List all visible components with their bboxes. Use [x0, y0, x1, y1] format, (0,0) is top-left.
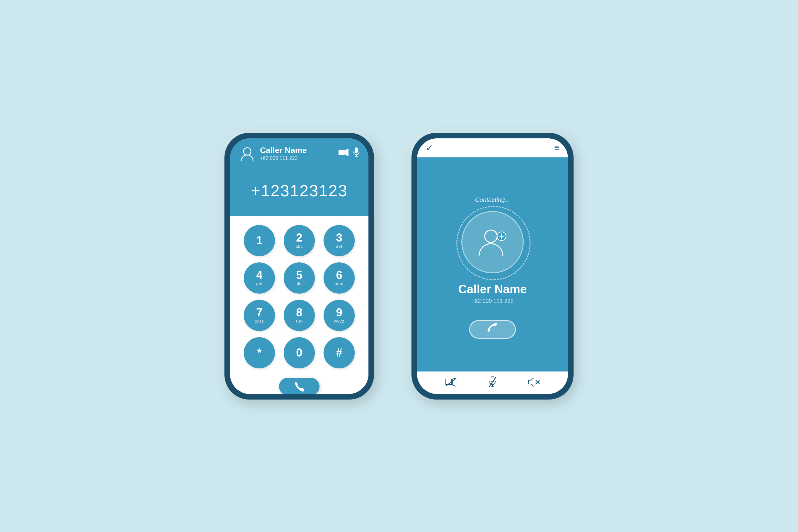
- key-8[interactable]: 8tuv: [284, 300, 315, 331]
- key-1[interactable]: 1: [244, 225, 275, 256]
- svg-rect-13: [491, 377, 494, 382]
- phone-dialer: Caller Name +62 000 111 222: [225, 133, 374, 400]
- dialer-phone-number: +62 000 111 222: [260, 155, 334, 161]
- svg-point-7: [497, 232, 506, 241]
- mic-off-icon[interactable]: [489, 377, 497, 389]
- contact-avatar: [461, 211, 524, 273]
- phone-calling-screen: ✓ ≡ Contacting...: [417, 138, 568, 394]
- key-7[interactable]: 7pqrs: [244, 300, 275, 331]
- svg-marker-17: [528, 378, 534, 386]
- key-star[interactable]: *: [244, 337, 275, 368]
- key-5[interactable]: 5jkl: [284, 262, 315, 293]
- menu-icon[interactable]: ≡: [554, 143, 559, 153]
- end-call-button[interactable]: [469, 320, 516, 339]
- dialer-header-icons: [339, 147, 360, 159]
- key-9[interactable]: 9wxyz: [324, 300, 355, 331]
- svg-marker-2: [345, 149, 348, 156]
- key-4[interactable]: 4ghi: [244, 262, 275, 293]
- svg-rect-1: [339, 150, 345, 155]
- svg-point-6: [485, 230, 497, 243]
- dialer-number-display: +123123123: [230, 169, 368, 216]
- key-0[interactable]: 0: [284, 337, 315, 368]
- dialer-header-info: Caller Name +62 000 111 222: [260, 146, 334, 161]
- speaker-off-icon[interactable]: [528, 377, 539, 388]
- contacting-text: Contacting...: [475, 196, 510, 204]
- calling-phone-number: +62 000 111 222: [471, 298, 514, 304]
- calling-top-bar: ✓ ≡: [417, 138, 568, 157]
- calling-caller-name: Caller Name: [458, 283, 527, 296]
- dialer-avatar-icon: [239, 145, 255, 162]
- mic-icon[interactable]: [353, 147, 360, 159]
- svg-point-0: [244, 148, 251, 155]
- video-icon[interactable]: [339, 149, 348, 158]
- call-button[interactable]: [279, 378, 320, 394]
- dialer-header: Caller Name +62 000 111 222: [230, 138, 368, 169]
- dialer-keypad: 1 2abc 3def 4ghi 5jkl 6mno 7pqrs 8tuv 9w…: [230, 216, 368, 375]
- end-call-row: [469, 320, 516, 339]
- dialed-number: +123123123: [251, 182, 348, 200]
- dialer-caller-name: Caller Name: [260, 146, 334, 155]
- end-call-icon: [486, 323, 499, 336]
- calling-body: Contacting... Caller Name: [417, 157, 568, 372]
- back-chevron-icon[interactable]: ✓: [426, 143, 433, 153]
- phone-icon: [293, 381, 305, 392]
- key-hash[interactable]: #: [324, 337, 355, 368]
- key-3[interactable]: 3def: [324, 225, 355, 256]
- phone-dialer-screen: Caller Name +62 000 111 222: [230, 138, 368, 394]
- contact-avatar-icon: [475, 225, 510, 259]
- key-6[interactable]: 6mno: [324, 262, 355, 293]
- phone-calling: ✓ ≡ Contacting...: [412, 133, 573, 400]
- video-off-icon[interactable]: [445, 378, 457, 388]
- call-button-row: [230, 375, 368, 394]
- key-2[interactable]: 2abc: [284, 225, 315, 256]
- phones-container: Caller Name +62 000 111 222: [225, 133, 573, 400]
- calling-bottom-bar: [417, 372, 568, 394]
- contact-avatar-ring: [461, 211, 524, 273]
- svg-rect-3: [355, 147, 358, 153]
